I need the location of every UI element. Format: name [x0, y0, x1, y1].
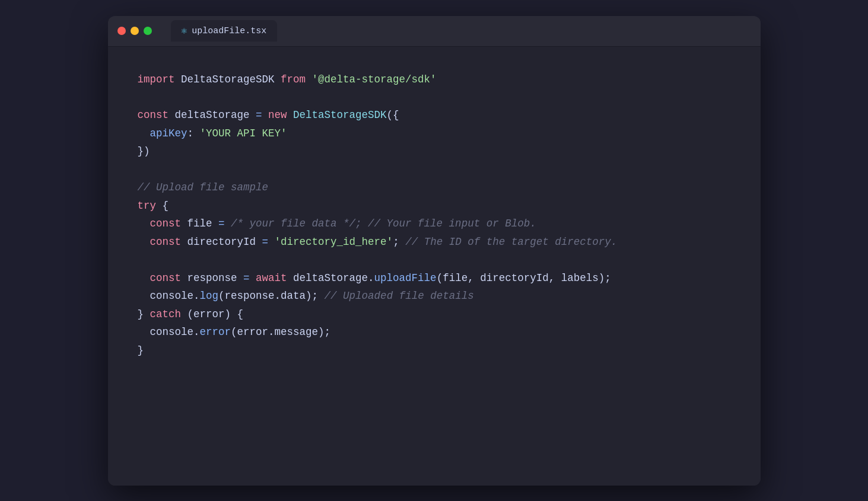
token-indent4: [138, 269, 150, 288]
token-comment1: // Upload file sample: [138, 178, 269, 197]
close-button[interactable]: [117, 27, 126, 35]
token-class-name: DeltaStorageSDK: [293, 106, 387, 125]
token-delta-ref: deltaStorage.: [293, 269, 374, 288]
token-try-brace: {: [163, 197, 169, 215]
empty-line-2: [138, 161, 731, 178]
token-const2: const: [150, 215, 187, 233]
code-line-close-catch: }: [138, 342, 731, 360]
token-eq1: =: [256, 106, 268, 125]
token-eq4: =: [243, 269, 256, 288]
token-delta-var: deltaStorage: [175, 106, 256, 125]
react-icon: ⚛: [182, 25, 187, 37]
token-dirid-str: 'directory_id_here': [275, 233, 393, 251]
token-log-comment: // Uploaded file details: [325, 287, 474, 305]
tab-filename: uploadFile.tsx: [192, 26, 266, 36]
token-const4: const: [150, 269, 187, 288]
token-indent6: [138, 323, 150, 342]
token-indent2: [138, 215, 150, 233]
token-apikey-prop: apiKey: [150, 125, 187, 143]
token-upload-fn: uploadFile: [374, 269, 437, 288]
token-close-paren2: );: [306, 287, 325, 305]
token-dirid-comment: // The ID of the target directory.: [405, 233, 617, 251]
token-close-try: }: [138, 305, 150, 324]
maximize-button[interactable]: [144, 27, 152, 35]
token-console2-var: console.: [150, 323, 200, 342]
token-error-fn: error: [200, 323, 231, 342]
minimize-button[interactable]: [131, 27, 139, 35]
token-response-var: response: [187, 269, 244, 288]
code-line-close-obj: }): [138, 142, 731, 161]
code-line-try: try {: [138, 197, 731, 215]
token-eq2: =: [218, 215, 231, 233]
token-error-var: error: [193, 305, 225, 324]
token-open-brace: ({: [387, 106, 399, 125]
code-line-import: import DeltaStorageSDK from '@delta-stor…: [138, 71, 731, 89]
code-line-response: const response = await deltaStorage. upl…: [138, 269, 731, 288]
empty-line-1: [138, 88, 731, 106]
token-const3: const: [150, 233, 187, 251]
token-close-obj: }): [138, 142, 150, 161]
code-line-const-delta: const deltaStorage = new DeltaStorageSDK…: [138, 106, 731, 125]
token-close-paren1: );: [599, 269, 611, 288]
token-catch: catch: [150, 305, 187, 324]
token-try: try: [138, 197, 163, 215]
token-new: new: [268, 106, 293, 125]
file-tab[interactable]: ⚛ uploadFile.tsx: [171, 20, 278, 42]
token-console-var: console.: [150, 287, 200, 305]
token-response-data: response.data: [225, 287, 306, 305]
code-line-file: const file = /* your file data */; // Yo…: [138, 215, 731, 233]
token-dirid-var: directoryId: [187, 233, 262, 251]
token-indent3: [138, 233, 150, 251]
token-import-kw: import: [138, 71, 182, 89]
code-line-error: console. error ( error.message );: [138, 323, 731, 342]
token-upload-args: file, directoryId, labels: [443, 269, 599, 288]
token-file-var: file: [187, 215, 219, 233]
token-semi1: ;: [393, 233, 405, 251]
token-await: await: [256, 269, 293, 288]
token-log-fn: log: [200, 287, 219, 305]
token-apikey-str: 'YOUR API KEY': [200, 125, 287, 143]
code-editor: import DeltaStorageSDK from '@delta-stor…: [108, 47, 761, 486]
token-error-msg: error.message: [237, 323, 319, 342]
token-open-paren1: (: [437, 269, 443, 288]
token-file-comment: /* your file data */; // Your file input…: [231, 215, 536, 233]
code-line-dirid: const directoryId = 'directory_id_here' …: [138, 233, 731, 251]
code-line-apikey: apiKey : 'YOUR API KEY': [138, 125, 731, 143]
token-close-catch: }: [138, 342, 144, 360]
token-open-paren2: (: [218, 287, 225, 305]
token-indent5: [138, 287, 150, 305]
token-open-paren3: (: [187, 305, 194, 324]
editor-window: ⚛ uploadFile.tsx import DeltaStorageSDK …: [108, 16, 761, 486]
token-eq3: =: [262, 233, 275, 251]
titlebar: ⚛ uploadFile.tsx: [108, 16, 761, 47]
token-from-kw: from: [281, 71, 312, 89]
code-line-catch: } catch ( error ) {: [138, 305, 731, 324]
token-import-var: DeltaStorageSDK: [181, 71, 281, 89]
token-open-paren4: (: [231, 323, 237, 342]
code-line-log: console. log ( response.data ); // Uploa…: [138, 287, 731, 305]
token-colon1: :: [187, 125, 200, 143]
token-indent1: [138, 125, 150, 143]
token-close-paren4: );: [318, 323, 330, 342]
token-catch-open: ) {: [225, 305, 244, 324]
token-import-str: '@delta-storage/sdk': [312, 71, 437, 89]
traffic-lights: [117, 27, 152, 35]
token-const1: const: [138, 106, 175, 125]
empty-line-3: [138, 251, 731, 269]
code-line-comment1: // Upload file sample: [138, 178, 731, 197]
